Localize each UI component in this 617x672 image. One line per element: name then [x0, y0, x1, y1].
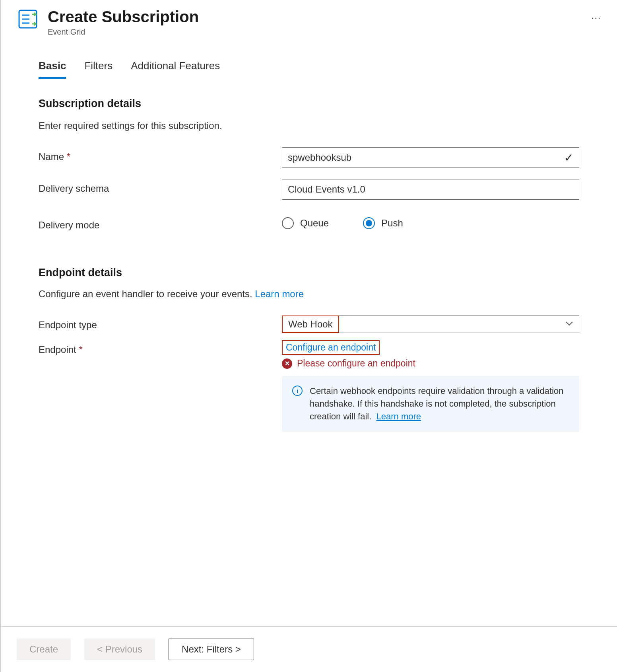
next-button[interactable]: Next: Filters >	[169, 639, 254, 660]
checkmark-icon: ✓	[564, 151, 573, 164]
endpoint-type-select[interactable]: Web Hook	[282, 316, 579, 333]
webhook-info-learn-more-link[interactable]: Learn more	[376, 411, 421, 421]
error-icon	[282, 358, 292, 369]
create-button[interactable]: Create	[17, 639, 71, 660]
radio-icon	[363, 217, 375, 229]
subscription-details-desc: Enter required settings for this subscri…	[39, 120, 579, 131]
delivery-mode-push-radio[interactable]: Push	[363, 217, 403, 229]
delivery-mode-queue-radio[interactable]: Queue	[282, 217, 329, 229]
page-subtitle: Event Grid	[48, 27, 579, 37]
endpoint-type-label: Endpoint type	[39, 316, 282, 331]
webhook-info-box: i Certain webhook endpoints require vali…	[282, 376, 579, 432]
endpoint-details-desc: Configure an event handler to receive yo…	[39, 288, 579, 300]
delivery-schema-label: Delivery schema	[39, 179, 282, 194]
tab-basic[interactable]: Basic	[39, 60, 66, 79]
subscription-details-heading: Subscription details	[39, 97, 579, 110]
wizard-footer: Create < Previous Next: Filters >	[1, 626, 617, 672]
name-label: Name *	[39, 147, 282, 162]
page-header: Create Subscription Event Grid ···	[1, 0, 617, 37]
tab-additional-features[interactable]: Additional Features	[131, 60, 220, 79]
chevron-down-icon	[565, 321, 573, 328]
endpoint-label: Endpoint *	[39, 340, 282, 355]
delivery-schema-select[interactable]: Cloud Events v1.0	[282, 179, 579, 200]
previous-button[interactable]: < Previous	[84, 639, 155, 660]
endpoint-error-text: Please configure an endpoint	[297, 358, 415, 369]
name-input[interactable]: spwebhooksub ✓	[282, 147, 579, 168]
radio-icon	[282, 217, 294, 229]
page-title: Create Subscription	[48, 8, 579, 26]
configure-endpoint-link[interactable]: Configure an endpoint	[282, 340, 380, 355]
eventgrid-icon	[17, 8, 39, 32]
info-icon: i	[292, 386, 303, 396]
more-actions-icon[interactable]: ···	[592, 13, 601, 23]
endpoint-learn-more-link[interactable]: Learn more	[255, 288, 304, 299]
tab-bar: Basic Filters Additional Features	[39, 60, 579, 79]
delivery-mode-label: Delivery mode	[39, 216, 282, 231]
endpoint-details-heading: Endpoint details	[39, 267, 579, 279]
tab-filters[interactable]: Filters	[84, 60, 113, 79]
